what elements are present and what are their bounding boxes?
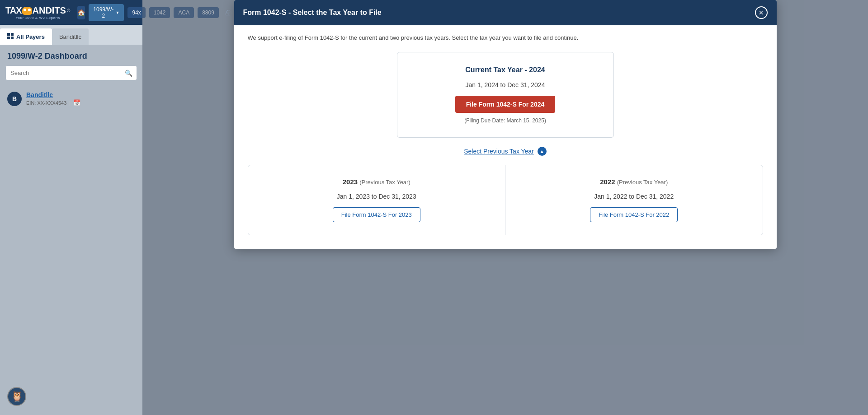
modal-body: We support e-filing of Form 1042-S for t… (234, 25, 777, 249)
modal-box: Form 1042-S - Select the Tax Year to Fil… (234, 0, 777, 249)
prev-years-section: 2023 (Previous Tax Year) Jan 1, 2023 to … (248, 165, 763, 235)
prev-year-card-2022: 2022 (Previous Tax Year) Jan 1, 2022 to … (505, 165, 763, 235)
payer-name-link[interactable]: Banditllc (26, 91, 135, 98)
payer-avatar: B (7, 92, 22, 106)
banditllc-tab-label: Banditllc (59, 33, 81, 40)
file-2022-button[interactable]: File Form 1042-S For 2022 (590, 207, 678, 222)
logo-reg: ® (67, 8, 70, 13)
svg-rect-0 (7, 33, 10, 36)
payer-info: Banditllc EIN: XX-XXX4543 | 📅 (26, 91, 135, 106)
search-input[interactable] (5, 65, 137, 80)
search-icon: 🔍 (125, 70, 132, 77)
select-prev-link[interactable]: Select Previous Tax Year (464, 148, 534, 155)
nav-1099-w2-label: 1099/W-2 (93, 6, 113, 19)
modal-header: Form 1042-S - Select the Tax Year to Fil… (234, 0, 777, 25)
all-payers-label: All Payers (16, 33, 45, 40)
dashboard-title: 1099/W-2 Dashboard (0, 45, 142, 65)
home-button[interactable]: 🏠 (77, 6, 85, 19)
payer-list-item[interactable]: B Banditllc EIN: XX-XXX4543 | 📅 (0, 86, 142, 112)
file-2024-button[interactable]: File Form 1042-S For 2024 (455, 96, 556, 113)
payer-ein: EIN: XX-XXX4543 | 📅 (26, 99, 135, 106)
prev-year-2022-title: 2022 (Previous Tax Year) (524, 178, 745, 186)
modal-close-button[interactable]: × (755, 6, 768, 19)
prev-year-card-2023: 2023 (Previous Tax Year) Jan 1, 2023 to … (248, 165, 506, 235)
search-bar: 🔍 (5, 65, 137, 80)
sidebar: TAX ANDITS ® Your 1099 & W2 Experts 🏠 10… (0, 0, 142, 415)
user-avatar[interactable]: 🦉 (7, 387, 26, 406)
logo-text-2: ANDITS (33, 5, 66, 16)
payer-tabs: All Payers Banditllc (0, 25, 142, 45)
modal-description: We support e-filing of Form 1042-S for t… (248, 34, 763, 41)
filing-due-date: (Filing Due Date: March 15, 2025) (415, 117, 595, 124)
svg-rect-1 (11, 33, 14, 36)
modal-title: Form 1042-S - Select the Tax Year to Fil… (243, 9, 382, 17)
nav-1099-w2[interactable]: 1099/W-2 ▼ (89, 4, 124, 21)
current-year-section: Current Tax Year - 2024 Jan 1, 2024 to D… (248, 52, 763, 138)
logo-text: TAX (5, 5, 22, 16)
tab-all-payers[interactable]: All Payers (0, 28, 52, 45)
current-year-heading: Current Tax Year - 2024 (415, 66, 595, 74)
file-2023-button[interactable]: File Form 1042-S For 2023 (333, 207, 420, 222)
current-year-date-range: Jan 1, 2024 to Dec 31, 2024 (415, 81, 595, 89)
tab-banditllc[interactable]: Banditllc (52, 28, 89, 45)
logo-subtitle: Your 1099 & W2 Experts (16, 16, 60, 20)
svg-rect-2 (7, 37, 10, 39)
chevron-up-icon: ▲ (538, 147, 547, 156)
user-avatar-img: 🦉 (11, 391, 23, 402)
current-year-card: Current Tax Year - 2024 Jan 1, 2024 to D… (397, 52, 614, 138)
prev-year-2023-title: 2023 (Previous Tax Year) (266, 178, 487, 186)
prev-year-2022-date: Jan 1, 2022 to Dec 31, 2022 (524, 193, 745, 200)
top-navbar: TAX ANDITS ® Your 1099 & W2 Experts 🏠 10… (0, 0, 142, 25)
grid-icon (7, 33, 14, 41)
owl-icon (22, 7, 32, 15)
prev-year-2023-date: Jan 1, 2023 to Dec 31, 2023 (266, 193, 487, 200)
calendar-icon[interactable]: 📅 (73, 99, 80, 106)
prev-label-2022: (Previous Tax Year) (617, 179, 668, 186)
prev-label-2023: (Previous Tax Year) (359, 179, 410, 186)
select-previous-section: Select Previous Tax Year ▲ (248, 147, 763, 156)
logo: TAX ANDITS ® Your 1099 & W2 Experts (5, 5, 70, 20)
svg-rect-3 (11, 37, 14, 39)
dropdown-arrow-icon: ▼ (115, 10, 119, 15)
modal-overlay: Form 1042-S - Select the Tax Year to Fil… (142, 0, 868, 415)
